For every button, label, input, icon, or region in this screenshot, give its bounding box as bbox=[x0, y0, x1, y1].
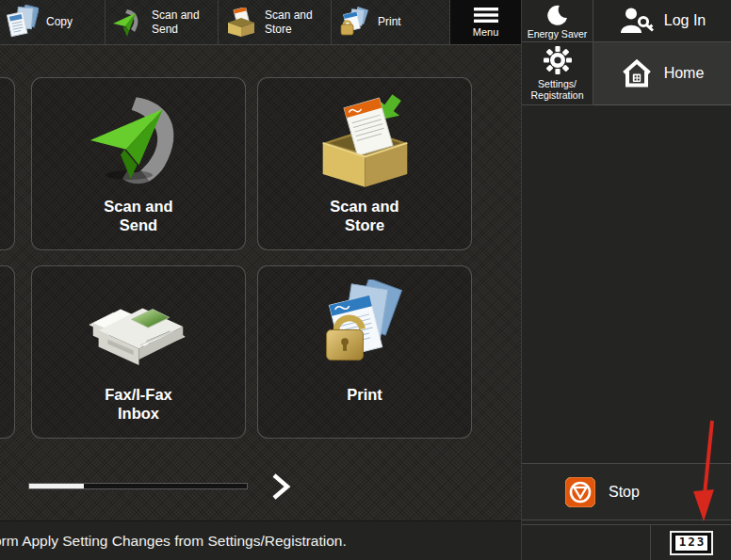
tab-copy-label: Copy bbox=[46, 15, 73, 28]
stop-icon bbox=[565, 477, 595, 507]
store-box-icon bbox=[225, 8, 257, 38]
box-document-icon bbox=[312, 90, 417, 190]
settings-registration-label: Settings/Registration bbox=[530, 78, 583, 102]
tab-print[interactable]: Print bbox=[332, 0, 450, 44]
tile-scan-and-store[interactable]: Scan andStore bbox=[257, 77, 472, 250]
home-label: Home bbox=[664, 65, 705, 82]
documents-lock-icon bbox=[312, 280, 417, 377]
print-lock-icon bbox=[338, 7, 370, 39]
gear-icon bbox=[544, 46, 572, 74]
printer-home-screen: Copy Scan andSend bbox=[0, 0, 731, 560]
log-in-button[interactable]: Log In bbox=[593, 0, 731, 42]
tab-scan-and-send-label: Scan andSend bbox=[152, 8, 200, 36]
next-page-chevron-icon[interactable] bbox=[270, 473, 291, 504]
tile-scan-and-store-label: Scan andStore bbox=[330, 198, 398, 235]
person-key-icon bbox=[620, 8, 654, 34]
energy-saver-label: Energy Saver bbox=[528, 28, 588, 40]
top-tab-bar: Copy Scan andSend bbox=[0, 0, 521, 45]
scrollbar-thumb[interactable] bbox=[29, 484, 84, 488]
bottom-left-cell bbox=[522, 524, 651, 560]
stop-button[interactable]: Stop bbox=[522, 463, 731, 520]
tile-fax-ifax-inbox-label: Fax/I-FaxInbox bbox=[105, 386, 172, 424]
paper-plane-swoosh-icon bbox=[86, 93, 191, 187]
status-bar: orm Apply Setting Changes from Settings/… bbox=[0, 520, 521, 560]
tile-fax-ifax-inbox[interactable]: Fax/I-FaxInbox bbox=[31, 265, 246, 439]
copy-icon bbox=[7, 5, 39, 40]
tile-scan-and-send[interactable]: Scan andSend bbox=[31, 77, 246, 250]
crescent-moon-icon bbox=[546, 5, 568, 26]
fax-machine-icon bbox=[86, 282, 191, 375]
tile-print[interactable]: Print bbox=[257, 265, 472, 439]
counter-label: 123 bbox=[679, 536, 707, 549]
energy-saver-button[interactable]: Energy Saver bbox=[522, 0, 593, 42]
settings-registration-button[interactable]: Settings/Registration bbox=[522, 42, 593, 105]
menu-button[interactable]: Menu bbox=[450, 0, 521, 44]
tab-print-label: Print bbox=[378, 15, 401, 28]
status-message: orm Apply Setting Changes from Settings/… bbox=[0, 533, 347, 550]
tile-scan-and-send-label: Scan andSend bbox=[104, 198, 172, 235]
counter-123-icon: 123 bbox=[670, 531, 713, 555]
tile-partial-bottom[interactable] bbox=[0, 265, 15, 439]
tile-partial-top[interactable] bbox=[0, 77, 15, 250]
tab-copy[interactable]: Copy bbox=[0, 0, 106, 44]
home-button[interactable]: Home bbox=[593, 42, 731, 105]
paper-plane-icon bbox=[112, 8, 144, 38]
tab-scan-and-store-label: Scan andStore bbox=[265, 8, 313, 36]
home-tile-area: Scan andSend bbox=[0, 45, 521, 520]
home-icon bbox=[622, 59, 652, 88]
log-in-label: Log In bbox=[664, 12, 706, 29]
tab-scan-and-store[interactable]: Scan andStore bbox=[219, 0, 332, 44]
hamburger-icon bbox=[474, 8, 498, 23]
menu-label: Menu bbox=[473, 26, 499, 38]
tile-print-label: Print bbox=[347, 386, 382, 405]
right-control-panel: Energy Saver Log In bbox=[521, 0, 731, 560]
counter-check-button[interactable]: 123 bbox=[651, 524, 731, 560]
stop-label: Stop bbox=[609, 484, 640, 501]
tab-scan-and-send[interactable]: Scan andSend bbox=[106, 0, 219, 44]
page-scrollbar[interactable] bbox=[28, 483, 248, 489]
